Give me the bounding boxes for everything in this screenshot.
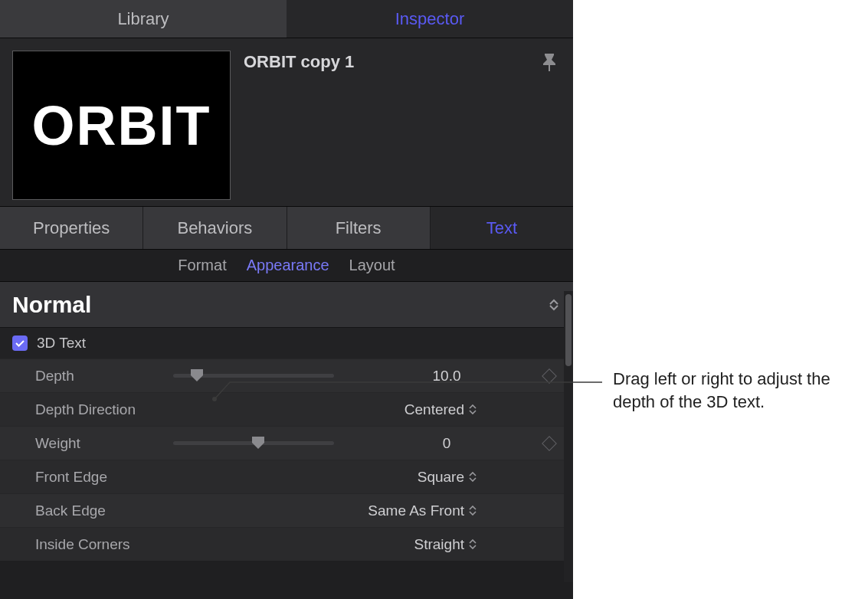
row-weight: Weight 0: [0, 426, 573, 460]
row-depth: Depth 10.0: [0, 358, 573, 392]
modetab-format[interactable]: Format: [178, 257, 226, 274]
slider-depth[interactable]: [173, 374, 334, 378]
row-front-edge: Front Edge Square: [0, 460, 573, 493]
tab-inspector[interactable]: Inspector: [287, 0, 573, 38]
select-depth-direction[interactable]: Centered: [173, 401, 559, 418]
tab-library[interactable]: Library: [0, 0, 287, 38]
select-back-edge[interactable]: Same As Front: [173, 502, 559, 519]
label-front-edge: Front Edge: [35, 469, 173, 486]
select-inside-corners[interactable]: Straight: [173, 536, 559, 553]
row-back-edge: Back Edge Same As Front: [0, 493, 573, 527]
label-weight: Weight: [35, 435, 173, 452]
text-style-select[interactable]: Normal: [0, 282, 573, 328]
label-depth-direction: Depth Direction: [35, 401, 173, 418]
top-tab-bar: Library Inspector: [0, 0, 573, 38]
chevron-down-icon: [549, 305, 558, 311]
subtab-properties[interactable]: Properties: [0, 207, 143, 249]
modetab-appearance[interactable]: Appearance: [247, 257, 329, 274]
preview-thumbnail-text: ORBIT: [32, 94, 211, 157]
checkbox-3d-text[interactable]: [12, 336, 28, 351]
slider-weight[interactable]: [173, 441, 334, 445]
inspector-header: ORBIT ORBIT copy 1: [0, 38, 573, 207]
stepper-icon: [469, 404, 478, 414]
callout-text: Drag left or right to adjust the depth o…: [613, 368, 858, 414]
select-depth-direction-value: Centered: [405, 401, 464, 418]
select-front-edge-value: Square: [418, 469, 464, 486]
section-3d-text: 3D Text: [0, 328, 573, 358]
text-style-stepper[interactable]: [547, 299, 561, 311]
label-back-edge: Back Edge: [35, 502, 173, 519]
pin-icon[interactable]: [541, 52, 558, 72]
row-inside-corners: Inside Corners Straight: [0, 527, 573, 561]
select-inside-corners-value: Straight: [414, 536, 464, 553]
inspector-panel: Library Inspector ORBIT ORBIT copy 1 Pro…: [0, 0, 573, 599]
value-depth[interactable]: 10.0: [334, 368, 559, 385]
text-style-value: Normal: [12, 292, 91, 318]
label-depth: Depth: [35, 368, 173, 385]
label-inside-corners: Inside Corners: [35, 536, 173, 553]
section-3d-text-label: 3D Text: [37, 335, 86, 352]
slider-thumb-weight[interactable]: [251, 435, 266, 450]
preview-thumbnail: ORBIT: [12, 51, 231, 200]
scrollbar-thumb[interactable]: [565, 294, 572, 366]
check-icon: [15, 340, 25, 347]
svg-rect-0: [549, 64, 550, 71]
scrollbar[interactable]: [564, 291, 573, 582]
subtab-text[interactable]: Text: [431, 207, 573, 249]
subtab-filters[interactable]: Filters: [287, 207, 431, 249]
inspector-content: Normal 3D Text Depth 10.0: [0, 282, 573, 561]
select-back-edge-value: Same As Front: [368, 502, 464, 519]
stepper-icon: [469, 506, 478, 516]
select-front-edge[interactable]: Square: [173, 469, 559, 486]
stepper-icon: [469, 539, 478, 549]
stepper-icon: [469, 472, 478, 482]
sub-tab-bar: Properties Behaviors Filters Text: [0, 207, 573, 250]
row-depth-direction: Depth Direction Centered: [0, 392, 573, 426]
modetab-layout[interactable]: Layout: [349, 257, 395, 274]
object-title: ORBIT copy 1: [244, 52, 354, 72]
text-mode-tab-bar: Format Appearance Layout: [0, 250, 573, 282]
chevron-up-icon: [549, 299, 558, 305]
value-weight[interactable]: 0: [334, 435, 559, 452]
subtab-behaviors[interactable]: Behaviors: [143, 207, 287, 249]
slider-thumb-depth[interactable]: [189, 368, 205, 383]
